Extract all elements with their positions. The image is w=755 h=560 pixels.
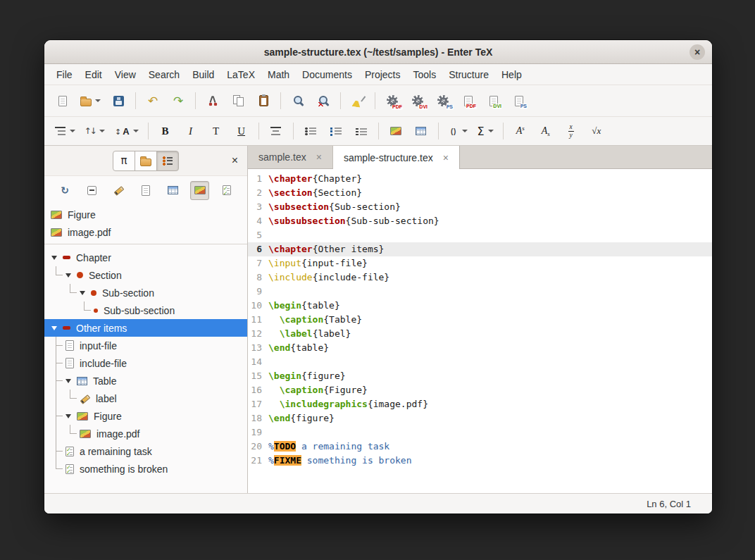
redo-button[interactable] [166, 89, 190, 112]
subscript-button[interactable]: As [534, 121, 558, 142]
refresh-structure-button[interactable] [56, 181, 75, 200]
tree-item-figure[interactable]: Figure [44, 407, 247, 425]
compile-pdf-button[interactable]: PDF [380, 89, 404, 112]
insert-table-button[interactable] [409, 121, 433, 142]
menu-tools[interactable]: Tools [407, 66, 443, 84]
show-tables-toggle[interactable] [163, 181, 182, 200]
math-functions-dropdown[interactable]: Σ [473, 121, 498, 142]
itemize-button[interactable] [299, 121, 323, 142]
italic-button[interactable]: I [179, 121, 203, 142]
save-button[interactable] [106, 89, 130, 112]
code-line-10[interactable]: 10\begin{table} [248, 299, 712, 313]
tab-close-icon[interactable]: × [443, 153, 449, 163]
square-root-button[interactable]: √x [585, 121, 609, 142]
search-replace-button[interactable] [311, 89, 335, 112]
references-dropdown[interactable] [81, 121, 109, 142]
show-included-files-toggle[interactable] [136, 181, 155, 200]
undo-button[interactable] [141, 89, 165, 112]
code-line-21[interactable]: 21%FIXME something is broken [248, 454, 712, 468]
tab-sample-structure-tex[interactable]: sample-structure.tex× [333, 146, 460, 169]
expander-icon[interactable] [51, 256, 57, 260]
expander-icon[interactable] [80, 291, 85, 295]
underline-button[interactable]: U [230, 121, 254, 142]
code-line-11[interactable]: 11 \caption{Table} [248, 313, 712, 327]
superscript-button[interactable]: As [508, 121, 532, 142]
tree-item-label[interactable]: label [44, 390, 247, 407]
tree-item-sub-sub-section[interactable]: Sub-sub-section [44, 301, 247, 319]
clean-build-files-button[interactable] [346, 89, 370, 112]
show-todos-fixmes-toggle[interactable] [217, 181, 236, 200]
description-list-button[interactable] [349, 121, 373, 142]
symbols-panel-toggle[interactable]: π [113, 151, 135, 171]
code-line-15[interactable]: 15\begin{figure} [248, 369, 712, 383]
center-button[interactable] [264, 121, 288, 142]
collapse-all-button[interactable] [82, 181, 101, 200]
code-view[interactable]: 1\chapter{Chapter}2\section{Section}3\su… [248, 169, 712, 493]
window-close-button[interactable]: × [690, 44, 705, 60]
expander-icon[interactable] [51, 326, 57, 330]
code-line-17[interactable]: 17 \includegraphics{image.pdf} [248, 397, 712, 411]
tree-item-sub-section[interactable]: Sub-section [44, 284, 247, 301]
figures-list-item-figure[interactable]: Figure [44, 206, 247, 223]
typewriter-button[interactable]: T [204, 121, 228, 142]
tree-item-other-items[interactable]: Other items [44, 319, 247, 337]
expander-icon[interactable] [65, 273, 71, 278]
menu-math[interactable]: Math [261, 66, 296, 84]
code-line-13[interactable]: 13\end{table} [248, 341, 712, 355]
enumerate-button[interactable] [324, 121, 348, 142]
view-dvi-button[interactable]: DVI [482, 89, 506, 112]
code-line-1[interactable]: 1\chapter{Chapter} [248, 172, 712, 186]
search-button[interactable] [286, 89, 310, 112]
view-pdf-button[interactable]: PDF [456, 89, 480, 112]
tab-close-icon[interactable]: × [316, 152, 322, 162]
menu-help[interactable]: Help [495, 66, 528, 84]
menu-structure[interactable]: Structure [442, 66, 495, 84]
menu-search[interactable]: Search [142, 66, 186, 84]
menu-file[interactable]: File [50, 66, 79, 84]
code-line-9[interactable]: 9 [248, 285, 712, 299]
tree-item-section[interactable]: Section [44, 266, 247, 284]
sectioning-dropdown[interactable] [51, 121, 80, 142]
titlebar[interactable]: sample-structure.tex (~/test/samples) - … [44, 40, 712, 64]
bold-button[interactable]: B [154, 121, 177, 142]
sidebar-close-button[interactable]: × [232, 155, 238, 166]
code-line-12[interactable]: 12 \label{label} [248, 327, 712, 341]
expander-icon[interactable] [65, 379, 71, 383]
code-line-8[interactable]: 8\include{include-file} [248, 270, 712, 285]
code-line-14[interactable]: 14 [248, 355, 712, 369]
compile-ps-button[interactable]: PS [431, 89, 455, 112]
tree-item-include-file[interactable]: include-file [44, 354, 247, 372]
copy-button[interactable] [226, 89, 250, 112]
code-line-4[interactable]: 4\subsubsection{Sub-sub-section} [248, 214, 712, 228]
fraction-button[interactable]: xy [559, 121, 583, 142]
open-button[interactable] [76, 89, 105, 112]
code-line-19[interactable]: 19 [248, 425, 712, 440]
cut-button[interactable] [201, 89, 225, 112]
code-line-2[interactable]: 2\section{Section} [248, 186, 712, 200]
menu-build[interactable]: Build [186, 66, 220, 84]
menu-latex[interactable]: LaTeX [220, 66, 261, 84]
structure-panel-toggle[interactable] [156, 151, 179, 171]
menu-view[interactable]: View [108, 66, 142, 84]
tree-item-input-file[interactable]: input-file [44, 337, 247, 354]
tree-item-something-is-broken[interactable]: something is broken [44, 460, 247, 478]
tree-item-a-remaining-task[interactable]: a remaining task [44, 442, 247, 460]
code-line-18[interactable]: 18\end{figure} [248, 411, 712, 425]
menu-projects[interactable]: Projects [358, 66, 407, 84]
code-line-16[interactable]: 16 \caption{Figure} [248, 383, 712, 397]
tree-item-chapter[interactable]: Chapter [44, 249, 247, 266]
code-line-5[interactable]: 5 [248, 228, 712, 242]
character-size-dropdown[interactable]: A [111, 121, 143, 142]
insert-image-button[interactable] [384, 121, 408, 142]
tab-sample-tex[interactable]: sample.tex× [248, 146, 333, 168]
file-browser-panel-toggle[interactable] [135, 151, 157, 171]
show-labels-toggle[interactable] [109, 181, 128, 200]
menu-edit[interactable]: Edit [79, 66, 108, 84]
compile-dvi-button[interactable]: DVI [406, 89, 430, 112]
expander-icon[interactable] [65, 414, 71, 418]
show-figures-toggle[interactable] [190, 181, 209, 200]
tree-item-table[interactable]: Table [44, 372, 247, 390]
menu-documents[interactable]: Documents [296, 66, 358, 84]
code-line-6[interactable]: 6\chapter{Other items} [248, 242, 712, 256]
view-ps-button[interactable]: PS [507, 89, 531, 112]
